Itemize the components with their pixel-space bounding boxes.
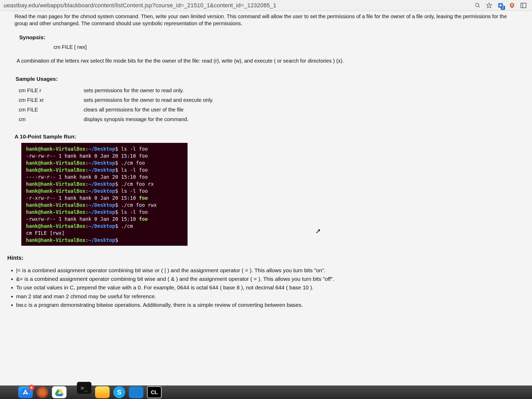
dock-terminal-icon[interactable]: >_ — [77, 382, 91, 394]
usage-cmd: cm FILE xr — [19, 95, 84, 105]
browser-toolbar-icons — [474, 2, 528, 9]
search-icon[interactable] — [474, 2, 481, 9]
dock-cl-icon[interactable]: CL — [147, 386, 162, 398]
svg-line-1 — [478, 6, 480, 7]
usage-table: cm FILE rsets permissions for the owner … — [19, 86, 521, 124]
dock-appstore-icon[interactable]: 8 — [18, 386, 33, 398]
synopsis-heading: Synopsis: — [19, 34, 521, 41]
usage-row: cm FILE xrsets permissions for the owner… — [19, 95, 521, 105]
usage-desc: sets permissions for the owner to read o… — [84, 86, 184, 95]
usage-desc: sets permissions for the owner to read a… — [84, 95, 214, 105]
usage-desc: clears all permissions for the user of t… — [84, 105, 184, 115]
usage-cmd: cm FILE — [19, 105, 84, 115]
svg-point-4 — [500, 4, 502, 6]
macos-dock: 8 >_ S CL — [0, 385, 532, 399]
ublock-icon[interactable] — [509, 2, 515, 9]
synopsis-line: cm FILE [ rwx] — [54, 44, 521, 50]
blackboard-content: Read the man pages for the chmod system … — [0, 11, 532, 309]
usage-row: cm FILEclears all permissions for the us… — [19, 105, 521, 115]
usage-cmd: cm FILE r — [19, 86, 84, 95]
sample-run-heading: A 10-Point Sample Run: — [15, 134, 521, 140]
sample-usages-heading: Sample Usages: — [16, 76, 521, 82]
dock-yellow-icon[interactable] — [95, 386, 110, 398]
dock-drive-icon[interactable] — [52, 386, 66, 398]
usage-row: cm FILE rsets permissions for the owner … — [19, 86, 521, 95]
hints-list: |= is a combined assignment operator com… — [16, 267, 521, 309]
hint-item: man 2 stat and man 2 chmod may be useful… — [16, 292, 521, 300]
dock-blue-icon[interactable] — [129, 386, 143, 398]
hints-heading: Hints: — [7, 255, 521, 261]
usage-cmd: cm — [19, 115, 84, 124]
extension-icon[interactable] — [497, 2, 504, 9]
appstore-badge: 8 — [29, 385, 34, 390]
panel-icon[interactable] — [520, 2, 527, 9]
url-text: ueastbay.edu/webapps/blackboard/content/… — [4, 2, 474, 9]
browser-address-bar[interactable]: ueastbay.edu/webapps/blackboard/content/… — [0, 0, 532, 11]
terminal-output: hank@hank-VirtualBox:~/Desktop$ ls -l fo… — [21, 143, 188, 246]
svg-rect-6 — [511, 5, 513, 5]
hint-item: To use octal values in C, prepend the va… — [16, 284, 521, 291]
assignment-intro: Read the man pages for the chmod system … — [15, 13, 521, 27]
usage-row: cmdisplays synopsis message for the comm… — [19, 115, 521, 124]
star-icon[interactable] — [486, 2, 493, 9]
hint-item: bw.c is a program demonstrating bitwise … — [16, 301, 521, 309]
combination-desc: A combination of the letters rwx select … — [17, 58, 521, 64]
dock-skype-icon[interactable]: S — [113, 386, 125, 398]
hint-item: |= is a combined assignment operator com… — [16, 267, 521, 274]
svg-marker-2 — [487, 3, 492, 8]
svg-rect-7 — [521, 3, 526, 8]
usage-desc: displays synopsis message for the comman… — [84, 115, 189, 124]
svg-point-0 — [476, 3, 479, 6]
mouse-cursor-icon: ➚ — [315, 227, 321, 235]
hint-item: &= is a combined assignment operator com… — [16, 275, 521, 283]
dock-dial-icon[interactable] — [36, 386, 48, 398]
